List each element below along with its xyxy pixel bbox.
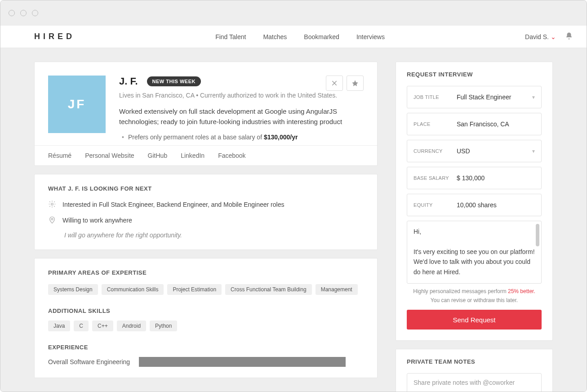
candidate-quote: I will go anywhere for the right opportu… bbox=[64, 232, 364, 239]
avatar: JF bbox=[48, 76, 106, 133]
request-interview-card: REQUEST INTERVIEW JOB TITLE Full Stack E… bbox=[396, 62, 553, 341]
user-name: David S. bbox=[525, 33, 549, 40]
field-value: Full Stack Engineer bbox=[457, 94, 541, 101]
chip: Java bbox=[48, 321, 70, 331]
field-label: CURRENCY bbox=[407, 148, 457, 154]
request-title: REQUEST INTERVIEW bbox=[407, 71, 542, 78]
helper-text-1: Highly personalized messages perform 25%… bbox=[407, 288, 542, 294]
nav-interviews[interactable]: Interviews bbox=[356, 33, 385, 40]
location-pref: Willing to work anywhere bbox=[62, 217, 132, 224]
chip: C++ bbox=[92, 321, 113, 331]
candidate-meta: Lives in San Francisco, CA • Currently a… bbox=[119, 92, 364, 99]
chip: C bbox=[74, 321, 89, 331]
logo[interactable]: HIRED bbox=[34, 32, 75, 41]
gear-icon bbox=[48, 200, 56, 209]
candidate-summary: Worked extensively on full stack develop… bbox=[119, 106, 353, 127]
top-nav: HIRED Find Talent Matches Bookmarked Int… bbox=[0, 26, 587, 48]
notes-input[interactable]: Share private notes with @coworker bbox=[407, 373, 542, 392]
field-value: San Francisco, CA bbox=[457, 120, 541, 128]
field-label: JOB TITLE bbox=[407, 94, 457, 100]
bell-icon[interactable] bbox=[565, 32, 573, 42]
field-value: 10,000 shares bbox=[457, 201, 541, 209]
roles-interest: Interested in Full Stack Engineer, Backe… bbox=[62, 201, 284, 208]
nav-find-talent[interactable]: Find Talent bbox=[215, 33, 246, 40]
chevron-down-icon: ▼ bbox=[531, 149, 536, 154]
primary-expertise-title: PRIMARY AREAS OF EXPERTISE bbox=[48, 269, 364, 276]
svg-point-0 bbox=[51, 203, 53, 205]
field-label: PLACE bbox=[407, 121, 457, 127]
link-github[interactable]: GitHub bbox=[148, 152, 168, 159]
chevron-down-icon: ⌄ bbox=[551, 33, 556, 40]
chip: Communication Skills bbox=[102, 284, 164, 295]
chevron-down-icon: ▼ bbox=[531, 95, 536, 100]
send-request-button[interactable]: Send Request bbox=[407, 310, 542, 330]
chip: Python bbox=[150, 321, 177, 331]
field-value: USD bbox=[457, 147, 541, 155]
candidate-name: J. F. bbox=[119, 76, 138, 87]
nav-matches[interactable]: Matches bbox=[263, 33, 287, 40]
browser-chrome bbox=[0, 0, 587, 26]
experience-title: EXPERIENCE bbox=[48, 344, 364, 351]
scrollbar[interactable] bbox=[536, 224, 539, 246]
primary-chips: Systems Design Communication Skills Proj… bbox=[48, 284, 364, 295]
link-resume[interactable]: Résumé bbox=[48, 152, 71, 159]
chip: Cross Functional Team Building bbox=[225, 284, 312, 295]
message-textarea[interactable]: Hi, It's very exciting to see you on our… bbox=[407, 221, 542, 284]
helper-text-2: You can revise or withdraw this later. bbox=[407, 297, 542, 303]
window-dot bbox=[20, 10, 27, 16]
chip: Systems Design bbox=[48, 284, 98, 295]
place-field[interactable]: PLACE San Francisco, CA bbox=[407, 113, 542, 135]
equity-field[interactable]: EQUITY 10,000 shares bbox=[407, 194, 542, 216]
experience-bar bbox=[139, 357, 346, 367]
window-dot bbox=[9, 10, 15, 16]
bookmark-button[interactable] bbox=[347, 76, 364, 91]
additional-skills-title: ADDITIONAL SKILLS bbox=[48, 307, 364, 314]
currency-field[interactable]: CURRENCY USD ▼ bbox=[407, 140, 542, 162]
nav-bookmarked[interactable]: Bookmarked bbox=[304, 33, 339, 40]
user-menu[interactable]: David S. ⌄ bbox=[525, 33, 556, 40]
looking-for-card: WHAT J. F. IS LOOKING FOR NEXT Intereste… bbox=[34, 174, 378, 250]
team-notes-card: PRIVATE TEAM NOTES Share private notes w… bbox=[396, 349, 553, 392]
chip: Management bbox=[316, 284, 358, 295]
message-text: Hi, It's very exciting to see you on our… bbox=[414, 227, 535, 284]
expertise-card: PRIMARY AREAS OF EXPERTISE Systems Desig… bbox=[34, 258, 378, 378]
notes-title: PRIVATE TEAM NOTES bbox=[407, 358, 542, 365]
chip: Project Estimation bbox=[167, 284, 222, 295]
additional-chips: Java C C++ Android Python bbox=[48, 321, 364, 331]
job-title-field[interactable]: JOB TITLE Full Stack Engineer ▼ bbox=[407, 86, 542, 108]
link-website[interactable]: Personal Website bbox=[85, 152, 134, 159]
experience-label: Overall Software Engineering bbox=[48, 358, 130, 365]
field-label: BASE SALARY bbox=[407, 175, 457, 181]
chip: Android bbox=[117, 321, 146, 331]
salary-preference: Prefers only permanent roles at a base s… bbox=[128, 134, 364, 141]
field-label: EQUITY bbox=[407, 202, 457, 208]
base-salary-field[interactable]: BASE SALARY $ 130,000 bbox=[407, 167, 542, 189]
dismiss-button[interactable] bbox=[326, 76, 343, 91]
profile-links: Résumé Personal Website GitHub LinkedIn … bbox=[35, 145, 377, 165]
new-badge: NEW THIS WEEK bbox=[147, 76, 201, 86]
link-linkedin[interactable]: LinkedIn bbox=[181, 152, 205, 159]
profile-card: JF J. F. NEW THIS WEEK Lives in San Fran… bbox=[34, 62, 378, 166]
svg-point-1 bbox=[51, 218, 53, 220]
pin-icon bbox=[48, 216, 56, 225]
window-dot bbox=[32, 10, 38, 16]
field-value: $ 130,000 bbox=[457, 174, 541, 182]
looking-title: WHAT J. F. IS LOOKING FOR NEXT bbox=[48, 185, 364, 192]
link-facebook[interactable]: Facebook bbox=[218, 152, 245, 159]
